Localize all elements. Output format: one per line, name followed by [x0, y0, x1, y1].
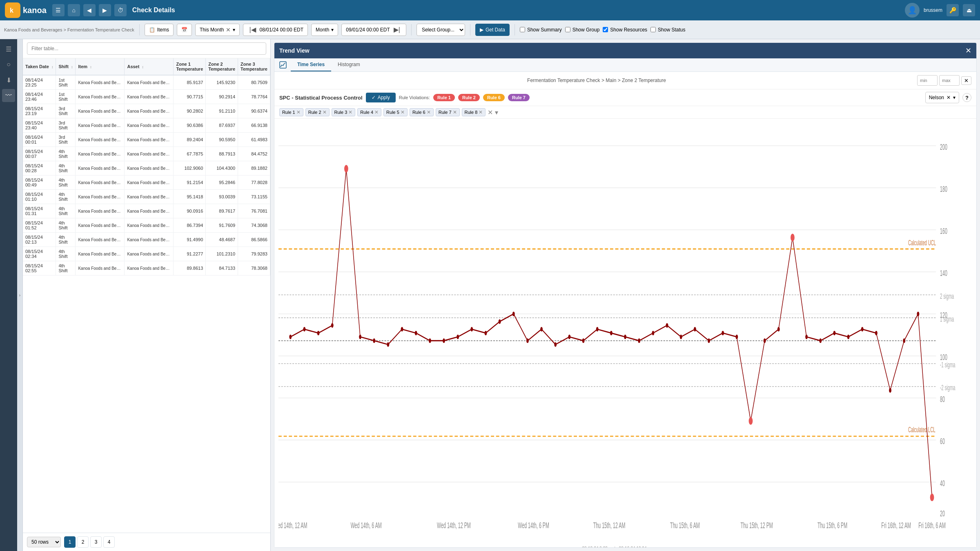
help-btn[interactable]: ?	[962, 93, 971, 102]
cell-item: Kanoa Foods and Beverages\Buffalo Bakery…	[76, 247, 125, 261]
cell-date: 08/14/24 23:25	[23, 75, 56, 90]
get-data-btn[interactable]: ▶ Get Data	[475, 24, 510, 36]
chart-point	[484, 331, 487, 335]
trend-close-btn[interactable]: ✕	[965, 46, 971, 55]
col-item[interactable]: Item ↕	[76, 58, 125, 75]
rows-per-page-select[interactable]: 50 rows 10 rows 25 rows 100 rows	[27, 537, 61, 547]
logo-icon: k	[5, 2, 20, 18]
sidebar-icon-download[interactable]: ⬇	[2, 73, 15, 87]
rule-tag-3-remove[interactable]: ✕	[348, 109, 352, 115]
cell-zone1: 90.2802	[174, 104, 206, 118]
cell-shift: 4th Shift	[56, 261, 76, 276]
rule-tag-6-label: Rule 6	[412, 110, 425, 115]
cell-asset: Kanoa Foods and Beverages\Buffalo Bakery…	[125, 233, 174, 247]
tab-histogram[interactable]: Histogram	[331, 58, 367, 71]
date-end-last[interactable]: ▶|	[392, 25, 402, 34]
cell-shift: 4th Shift	[56, 204, 76, 218]
rule-badge-6[interactable]: Rule 6	[483, 94, 505, 101]
cell-zone2: 90.2914	[206, 90, 238, 104]
rule-badge-1[interactable]: Rule 1	[433, 94, 455, 101]
cell-zone2: 90.5950	[206, 133, 238, 147]
cell-asset: Kanoa Foods and Beverages\Buffalo Bakery…	[125, 247, 174, 261]
rule-badge-2[interactable]: Rule 2	[458, 94, 480, 101]
x-label-10: Fri 16th, 6 AM	[918, 520, 946, 530]
rule-tag-4-remove[interactable]: ✕	[374, 109, 379, 115]
col-zone1[interactable]: Zone 1Temperature	[174, 58, 206, 75]
logout-btn[interactable]: ⏏	[963, 4, 975, 16]
sidebar-icon-menu[interactable]: ☰	[2, 42, 15, 56]
rule-tag-5-remove[interactable]: ✕	[401, 109, 405, 115]
filter-input[interactable]	[27, 42, 266, 55]
col-zone3[interactable]: Zone 3Temperature	[238, 58, 270, 75]
nelson-clear-icon[interactable]: ✕	[947, 95, 951, 100]
nelson-chevron-icon[interactable]: ▾	[953, 95, 956, 100]
tab-time-series[interactable]: Time Series	[291, 58, 331, 71]
y-label-20: 20	[940, 509, 945, 518]
rule-tag-2-remove[interactable]: ✕	[323, 109, 327, 115]
cell-asset: Kanoa Foods and Beverages\Buffalo Bakery…	[125, 218, 174, 233]
rule-tag-1-remove[interactable]: ✕	[296, 109, 301, 115]
cell-zone3: 76.7081	[238, 204, 270, 218]
chevron-down-icon[interactable]: ▾	[233, 27, 235, 33]
items-btn[interactable]: 📋 Items	[145, 24, 174, 36]
rules-chevron[interactable]: ▾	[495, 109, 498, 116]
col-asset[interactable]: Asset ↕	[125, 58, 174, 75]
cell-zone1: 95.1418	[174, 190, 206, 204]
history-btn[interactable]: ⏱	[114, 4, 127, 16]
cell-zone3: 79.9283	[238, 247, 270, 261]
cell-zone1: 91.2277	[174, 247, 206, 261]
date-range-label: 08-13-24 9:22pm to 08-16-24 10:04am	[278, 544, 956, 547]
date-filter-pill[interactable]: This Month ✕ ▾	[195, 24, 240, 36]
show-summary-check[interactable]	[520, 27, 525, 32]
sidebar-icon-circle[interactable]: ○	[2, 58, 15, 71]
cell-zone2: 95.2846	[206, 176, 238, 190]
panel-toggle[interactable]: ›	[17, 39, 23, 551]
show-resources-group: Show Resources	[603, 27, 647, 33]
col-shift[interactable]: Shift ↕	[56, 58, 76, 75]
show-status-check[interactable]	[650, 27, 656, 32]
data-table-element: Taken Date ↕ Shift ↕ Item ↕ Asset ↕ Zone…	[23, 58, 270, 276]
period-select[interactable]: Month ▾	[311, 24, 338, 36]
table-row: 08/15/24 02:34 4th Shift Kanoa Foods and…	[23, 247, 270, 261]
col-taken-date[interactable]: Taken Date ↕	[23, 58, 56, 75]
rules-clear-all[interactable]: ✕	[488, 109, 493, 116]
rule-badge-7[interactable]: Rule 7	[508, 94, 530, 101]
x-label-9: Fri 16th, 12 AM	[881, 520, 911, 530]
rule-tag-7-remove[interactable]: ✕	[453, 109, 457, 115]
page-4-btn[interactable]: 4	[103, 536, 115, 548]
items-label: Items	[157, 27, 169, 33]
apply-icon: ✓	[372, 95, 376, 100]
back-btn[interactable]: ◀	[83, 4, 96, 16]
forward-btn[interactable]: ▶	[99, 4, 111, 16]
date-start-first[interactable]: |◀	[247, 25, 257, 34]
apply-btn[interactable]: ✓ Apply	[366, 93, 396, 102]
page-2-btn[interactable]: 2	[77, 536, 89, 548]
cell-zone1: 102.9060	[174, 161, 206, 176]
nelson-select[interactable]: Nelson ✕ ▾	[925, 92, 959, 103]
cell-shift: 1st Shift	[56, 90, 76, 104]
cell-shift: 4th Shift	[56, 176, 76, 190]
group-select[interactable]: Select Group...	[416, 24, 465, 36]
cell-item: Kanoa Foods and Beverages\Buffalo Bakery…	[76, 161, 125, 176]
show-resources-check[interactable]	[603, 27, 608, 32]
table-row: 08/14/24 23:25 1st Shift Kanoa Foods and…	[23, 75, 270, 90]
sidebar-icon-chart[interactable]: 〰	[2, 89, 15, 102]
chart-point	[889, 388, 891, 393]
min-input[interactable]	[917, 75, 938, 86]
cell-item: Kanoa Foods and Beverages\Buffalo Bakery…	[76, 190, 125, 204]
rule-tag-8-remove[interactable]: ✕	[479, 109, 483, 115]
page-1-btn[interactable]: 1	[64, 536, 76, 548]
home-btn[interactable]: ⌂	[68, 4, 80, 16]
table-header-row: Taken Date ↕ Shift ↕ Item ↕ Asset ↕ Zone…	[23, 58, 270, 75]
col-zone2[interactable]: Zone 2Temperature	[206, 58, 238, 75]
x-label-4: Wed 14th, 6 PM	[518, 520, 549, 530]
show-group-check[interactable]	[565, 27, 570, 32]
date-filter-clear[interactable]: ✕	[226, 27, 231, 33]
page-3-btn[interactable]: 3	[90, 536, 102, 548]
max-input[interactable]	[939, 75, 960, 86]
menu-btn[interactable]: ☰	[52, 4, 65, 16]
min-max-clear-btn[interactable]: ✕	[961, 76, 971, 85]
rule-tag-6-remove[interactable]: ✕	[427, 109, 431, 115]
calendar-btn[interactable]: 📅	[177, 24, 192, 36]
login-btn[interactable]: 🔑	[947, 4, 959, 16]
